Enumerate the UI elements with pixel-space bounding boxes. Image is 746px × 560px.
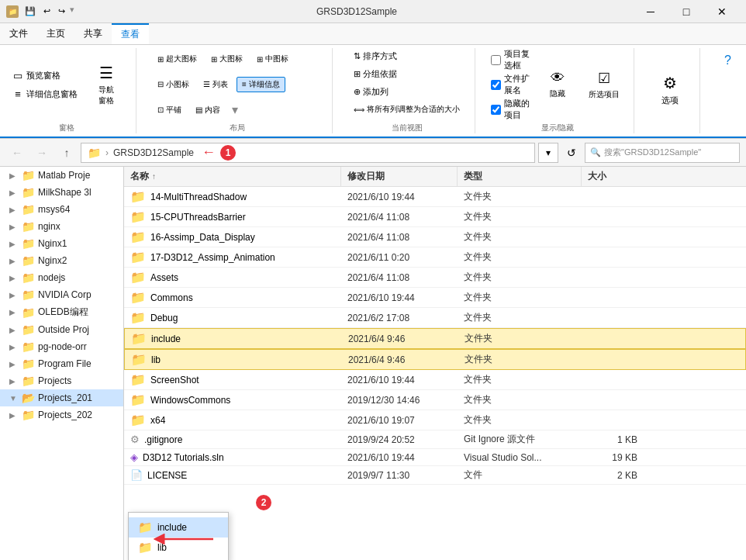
tab-share[interactable]: 共享 — [74, 23, 112, 44]
sidebar-expand-projects2020[interactable]: ▶ — [9, 411, 19, 420]
tab-view[interactable]: 查看 — [112, 23, 149, 44]
layout-more-btn[interactable]: ▾ — [229, 102, 241, 117]
sidebar-item-nginx1[interactable]: ▶ 📁 Nginx1 — [0, 235, 123, 252]
help-btn[interactable]: ? — [719, 51, 737, 70]
small-icon-btn[interactable]: ⊟ 小图标 — [152, 77, 195, 92]
sidebar-expand-projects[interactable]: ▶ — [9, 377, 19, 385]
options-btn[interactable]: ⚙ 选项 — [650, 70, 690, 110]
refresh-btn[interactable]: ↺ — [561, 143, 582, 163]
detail-view-btn[interactable]: ≡ 详细信息 — [237, 77, 285, 92]
sidebar-item-nodejs[interactable]: ▶ 📁 nodejs — [0, 269, 123, 286]
col-size[interactable]: 大小 — [582, 167, 644, 186]
sidebar-expand-nginx[interactable]: ▶ — [9, 223, 19, 231]
quick-undo[interactable]: ↩ — [40, 5, 54, 18]
selected-items-btn[interactable]: ☑ 所选项目 — [584, 64, 624, 105]
minimize-button[interactable]: ─ — [633, 0, 668, 23]
table-row[interactable]: 📁16-Assimp_Data_Display 2021/6/4 11:08 文… — [124, 227, 746, 247]
table-row[interactable]: 📁15-CPUThreadsBarrier 2021/6/4 11:08 文件夹 — [124, 207, 746, 227]
table-row[interactable]: 📁Debug 2021/6/2 17:08 文件夹 — [124, 308, 746, 328]
table-row[interactable]: ⚙.gitignore 2019/9/24 20:52 Git Ignore 源… — [124, 430, 746, 449]
sidebar-expand-nginx1[interactable]: ▶ — [9, 240, 19, 248]
large-icon-btn[interactable]: ⊞ 大图标 — [205, 51, 248, 67]
sidebar-folder-icon6: 📁 — [22, 254, 35, 267]
sidebar-item-outside[interactable]: ▶ 📁 Outside Proj — [0, 321, 123, 338]
table-row[interactable]: 📁17-D3D12_Assimp_Animation 2021/6/11 0:2… — [124, 247, 746, 268]
back-button[interactable]: ← — [6, 142, 28, 164]
add-column-btn[interactable]: ⊕ 添加列 — [348, 84, 394, 100]
list-view-btn[interactable]: ☰ 列表 — [198, 77, 233, 92]
hidden-checkbox[interactable] — [491, 105, 501, 115]
table-row[interactable]: 📁WindowsCommons 2019/12/30 14:46 文件夹 — [124, 390, 746, 410]
sidebar-expand-matlab[interactable]: ▶ — [9, 171, 19, 180]
close-button[interactable]: ✕ — [704, 0, 740, 23]
sidebar-expand-projects2018[interactable]: ▼ — [9, 394, 19, 403]
sidebar-expand-pgnode[interactable]: ▶ — [9, 343, 19, 351]
content-view-btn[interactable]: ▤ 内容 — [190, 102, 226, 118]
table-row[interactable]: 📁x64 2021/6/10 19:07 文件夹 — [124, 410, 746, 430]
folder-icon: 📁 — [130, 290, 146, 305]
sidebar-expand-outside[interactable]: ▶ — [9, 326, 19, 334]
quick-save[interactable]: 💾 — [22, 5, 39, 18]
quick-dropdown[interactable]: ▾ — [70, 5, 74, 18]
sidebar-item-milkshape[interactable]: ▶ 📁 MilkShape 3l — [0, 184, 123, 201]
sidebar-expand-msys64[interactable]: ▶ — [9, 206, 19, 214]
table-row[interactable]: 📁lib 2021/6/4 9:46 文件夹 — [124, 349, 746, 370]
sidebar-item-nginx[interactable]: ▶ 📁 nginx — [0, 218, 123, 235]
ext-checkbox-label[interactable]: 文件扩展名 — [491, 73, 531, 96]
col-name[interactable]: 名称 ↑ — [124, 167, 341, 186]
table-row[interactable]: 📁ScreenShot 2021/6/10 19:44 文件夹 — [124, 370, 746, 390]
table-row[interactable]: 📁Assets 2021/6/4 11:08 文件夹 — [124, 268, 746, 288]
sidebar-expand-nvidia[interactable]: ▶ — [9, 291, 19, 299]
sidebar-item-nvidia[interactable]: ▶ 📁 NVIDIA Corp — [0, 286, 123, 303]
sidebar-item-programfile[interactable]: ▶ 📁 Program File — [0, 355, 123, 372]
tab-file[interactable]: 文件 — [0, 23, 37, 44]
sidebar-expand-milkshape[interactable]: ▶ — [9, 188, 19, 197]
table-row[interactable]: 📄LICENSE 2019/9/7 11:30 文件 2 KB — [124, 466, 746, 485]
small-icon: ⊟ — [157, 80, 164, 88]
up-button[interactable]: ↑ — [56, 142, 78, 164]
sidebar-expand-nginx2[interactable]: ▶ — [9, 257, 19, 265]
nav-pane-btn[interactable]: ☰ 导航窗格 — [86, 64, 126, 105]
sidebar-expand-programfile[interactable]: ▶ — [9, 360, 19, 368]
group-by-btn[interactable]: ⊞ 分组依据 — [348, 66, 402, 82]
window-controls: ─ □ ✕ — [633, 0, 740, 23]
table-row[interactable]: 📁Commons 2021/6/10 19:44 文件夹 — [124, 288, 746, 308]
table-row[interactable]: ◈D3D12 Tutorials.sln 2021/6/10 19:44 Vis… — [124, 449, 746, 466]
details-pane-btn[interactable]: ≡ 详细信息窗格 — [6, 85, 83, 102]
address-bar[interactable]: 📁 › GRSD3D12Sample ← 1 — [81, 143, 535, 163]
sidebar-item-nginx2[interactable]: ▶ 📁 Nginx2 — [0, 252, 123, 269]
medium-icon-btn[interactable]: ⊞ 中图标 — [251, 51, 294, 67]
sidebar-item-matlab[interactable]: ▶ 📁 Matlab Proje — [0, 167, 123, 184]
sidebar-label-nginx1: Nginx1 — [38, 238, 67, 249]
item-checkbox[interactable] — [491, 55, 501, 65]
quick-redo[interactable]: ↪ — [55, 5, 68, 18]
tile-view-btn[interactable]: ⊡ 平铺 — [152, 102, 187, 118]
file-type-cell: 文件夹 — [458, 391, 582, 409]
item-checkbox-label[interactable]: 项目复选框 — [491, 48, 531, 71]
sidebar-item-msys64[interactable]: ▶ 📁 msys64 — [0, 201, 123, 218]
tab-home[interactable]: 主页 — [37, 23, 74, 44]
address-dropdown-btn[interactable]: ▾ — [538, 143, 558, 163]
forward-button[interactable]: → — [31, 142, 53, 164]
hidden-checkbox-label[interactable]: 隐藏的项目 — [491, 98, 531, 121]
search-bar[interactable]: 🔍 搜索"GRSD3D12Sample" — [585, 143, 740, 163]
sidebar-item-projects[interactable]: ▶ 📁 Projects — [0, 372, 123, 389]
sort-by-btn[interactable]: ⇅ 排序方式 — [348, 48, 402, 64]
sidebar-expand-nodejs[interactable]: ▶ — [9, 274, 19, 282]
hide-selected-btn[interactable]: 👁 隐藏 — [537, 64, 578, 105]
sidebar-item-projects2018[interactable]: ▼ 📂 Projects_201 — [0, 389, 123, 406]
sidebar-expand-oledb[interactable]: ▶ — [9, 308, 19, 316]
col-date[interactable]: 修改日期 — [341, 167, 458, 186]
fit-all-columns-btn[interactable]: ⟺ 将所有列调整为合适的大小 — [348, 102, 465, 117]
col-type[interactable]: 类型 — [458, 167, 582, 186]
preview-pane-btn[interactable]: ▭ 预览窗格 — [6, 67, 83, 84]
table-row[interactable]: 📁include 2021/6/4 9:46 文件夹 — [124, 328, 746, 349]
sidebar-item-pgnode[interactable]: ▶ 📁 pg-node-orr — [0, 338, 123, 355]
nav-bar: ← → ↑ 📁 › GRSD3D12Sample ← 1 ▾ ↺ 🔍 搜索"GR… — [0, 139, 746, 167]
extra-large-icon-btn[interactable]: ⊞ 超大图标 — [152, 51, 202, 67]
sidebar-item-projects2020[interactable]: ▶ 📁 Projects_202 — [0, 406, 123, 423]
sidebar-item-oledb[interactable]: ▶ 📁 OLEDB编程 — [0, 303, 123, 321]
table-row[interactable]: 📁14-MultiThreadShadow 2021/6/10 19:44 文件… — [124, 187, 746, 207]
ext-checkbox[interactable] — [491, 80, 501, 90]
maximize-button[interactable]: □ — [668, 0, 704, 23]
